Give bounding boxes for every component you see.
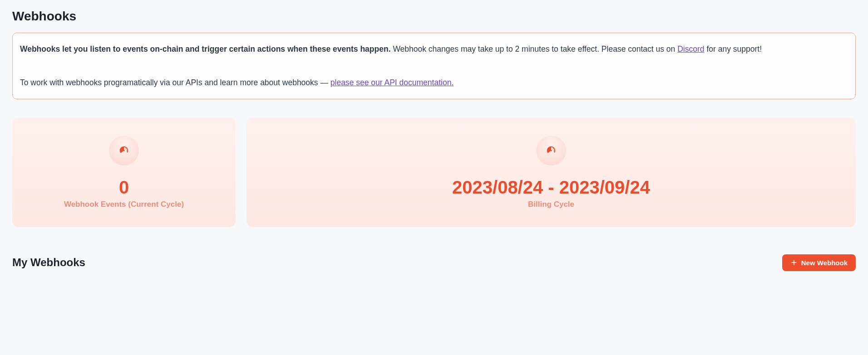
my-webhooks-title: My Webhooks xyxy=(12,256,85,269)
svg-point-5 xyxy=(550,150,552,151)
page-title: Webhooks xyxy=(12,9,856,24)
info-banner: Webhooks let you listen to events on-cha… xyxy=(12,33,856,99)
info-banner-secondary-prefix: To work with webhooks programatically vi… xyxy=(20,78,330,87)
info-banner-text-1: Webhook changes may take up to 2 minutes… xyxy=(391,44,678,53)
my-webhooks-header: My Webhooks New Webhook xyxy=(12,254,856,271)
webhook-events-label: Webhook Events (Current Cycle) xyxy=(64,200,184,209)
billing-cycle-label: Billing Cycle xyxy=(528,200,574,209)
stats-row: 0 Webhook Events (Current Cycle) 2023/08… xyxy=(12,117,856,227)
info-banner-bold: Webhooks let you listen to events on-cha… xyxy=(20,44,391,53)
info-banner-primary-text: Webhooks let you listen to events on-cha… xyxy=(20,43,848,55)
billing-cycle-card: 2023/08/24 - 2023/09/24 Billing Cycle xyxy=(247,117,856,227)
svg-point-6 xyxy=(549,148,550,149)
new-webhook-button-label: New Webhook xyxy=(801,259,848,267)
svg-point-0 xyxy=(123,150,125,151)
gauge-icon xyxy=(536,136,566,165)
api-documentation-link[interactable]: please see our API documentation. xyxy=(330,78,454,87)
svg-point-3 xyxy=(121,151,122,151)
svg-point-8 xyxy=(548,151,549,151)
svg-point-7 xyxy=(553,148,554,149)
svg-point-2 xyxy=(126,148,127,149)
svg-point-9 xyxy=(554,151,555,151)
svg-point-1 xyxy=(122,148,123,149)
svg-point-4 xyxy=(127,151,128,151)
info-banner-text-2: for any support! xyxy=(705,44,762,53)
gauge-icon xyxy=(109,136,139,165)
info-banner-secondary-text: To work with webhooks programatically vi… xyxy=(20,77,848,88)
webhook-events-card: 0 Webhook Events (Current Cycle) xyxy=(12,117,236,227)
billing-cycle-value: 2023/08/24 - 2023/09/24 xyxy=(452,178,650,196)
plus-icon xyxy=(790,259,798,266)
discord-link[interactable]: Discord xyxy=(677,44,704,53)
webhook-events-value: 0 xyxy=(119,178,129,196)
new-webhook-button[interactable]: New Webhook xyxy=(782,254,856,271)
